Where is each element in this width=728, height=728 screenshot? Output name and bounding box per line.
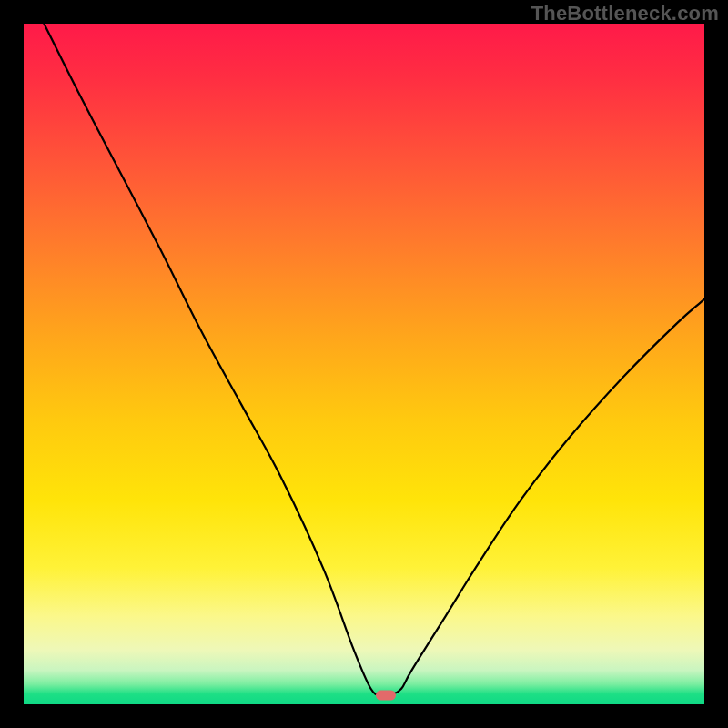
bottleneck-curve: [24, 24, 704, 704]
plot-area: [24, 24, 704, 704]
watermark-text: TheBottleneck.com: [531, 2, 719, 25]
minimum-marker: [376, 690, 396, 700]
chart-root: TheBottleneck.com: [0, 0, 728, 728]
